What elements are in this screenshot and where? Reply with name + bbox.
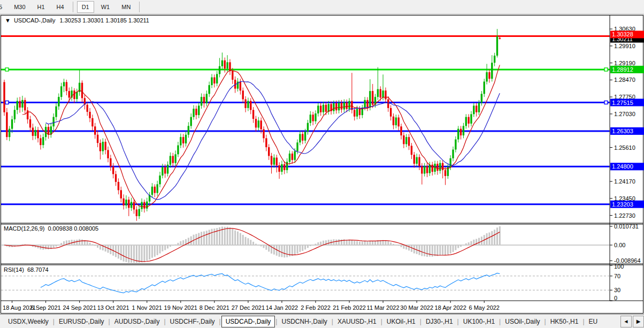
macd-histogram-bar: [460, 245, 462, 247]
candle-body: [413, 155, 415, 164]
macd-histogram-bar: [491, 231, 493, 245]
timeframe-button-d1[interactable]: D1: [77, 1, 94, 13]
macd-histogram-bar: [359, 242, 361, 245]
candle-body: [182, 137, 184, 143]
candle-body: [390, 108, 392, 117]
macd-histogram-bar: [170, 245, 171, 247]
candle-body: [496, 36, 498, 56]
time-tick-label: 19 Nov 2021: [164, 304, 197, 311]
line-handle[interactable]: [604, 68, 608, 71]
macd-histogram-bar: [232, 228, 233, 245]
candle-body: [37, 130, 39, 138]
candle-body: [115, 174, 117, 182]
macd-histogram-bar: [315, 244, 317, 245]
macd-histogram-bar: [242, 235, 244, 245]
price-tick-label: 1.29910: [614, 43, 635, 49]
macd-histogram-bar: [424, 245, 425, 256]
candle-body: [94, 126, 96, 134]
symbol-tab-audusd-daily[interactable]: AUDUSD-,Daily: [111, 316, 164, 327]
timeframe-button-mn[interactable]: MN: [117, 1, 135, 13]
symbol-tab-eurusd-daily[interactable]: EURUSD-,Daily: [55, 316, 108, 327]
candle-body: [66, 82, 67, 91]
candle-body: [439, 163, 441, 171]
candle-body: [198, 105, 200, 115]
tab-separator: |: [332, 318, 333, 325]
symbol-tab-ukoil-h1[interactable]: UKOil-,H1: [383, 316, 419, 327]
macd-histogram-bar: [68, 240, 70, 245]
timeframe-button-m30[interactable]: M30: [9, 1, 30, 13]
candle-body: [174, 154, 176, 163]
macd-histogram-bar: [468, 242, 470, 245]
macd-histogram-bar: [224, 227, 226, 245]
candle-body: [133, 202, 135, 209]
candle-body: [258, 120, 259, 127]
macd-histogram-bar: [297, 245, 298, 254]
candle-body: [304, 132, 306, 141]
candle-body: [488, 72, 490, 79]
candle-body: [283, 164, 285, 170]
time-tick-label: 30 Mar 2022: [400, 304, 433, 311]
symbol-tab-eu[interactable]: EU: [585, 316, 602, 327]
candle-body: [393, 117, 394, 125]
candle-body: [136, 210, 137, 216]
macd-histogram-bar: [247, 238, 249, 245]
chart-canvas[interactable]: 1.306301.299101.291901.284701.277501.270…: [0, 0, 644, 328]
macd-histogram-bar: [118, 245, 119, 258]
symbol-tab-usdx-weekly[interactable]: USDX,Weekly: [4, 316, 52, 327]
candle-body: [292, 154, 293, 160]
macd-histogram-bar: [154, 245, 156, 257]
candle-body: [385, 90, 386, 99]
line-handle[interactable]: [5, 101, 9, 104]
timeframe-button-h4[interactable]: H4: [52, 1, 69, 13]
symbol-tab-hk50-h1[interactable]: HK50-,H1: [547, 316, 582, 327]
symbol-tab-usdchf-daily[interactable]: USDCHF-,Daily: [166, 316, 219, 327]
tab-separator: |: [164, 318, 165, 325]
macd-histogram-bar: [364, 241, 366, 245]
line-handle[interactable]: [604, 101, 608, 104]
candle-body: [359, 109, 361, 115]
candle-body: [40, 138, 41, 145]
rsi-value: 68.7074: [27, 266, 49, 273]
macd-histogram-bar: [227, 227, 228, 245]
candle-body: [315, 113, 316, 121]
line-handle[interactable]: [5, 68, 9, 71]
tabs-scroll-right-icon[interactable]: ▶: [633, 316, 644, 327]
macd-histogram-bar: [310, 245, 311, 246]
macd-histogram-bar: [58, 245, 59, 246]
symbol-tab-usdcad-daily[interactable]: USDCAD-,Daily: [221, 316, 275, 327]
candle-body: [42, 137, 44, 145]
symbol-tab-usdcnh-daily[interactable]: USDCNH-,Daily: [278, 316, 331, 327]
tabs-scroll-left-icon[interactable]: ◄: [620, 316, 632, 327]
candle-body: [154, 187, 156, 193]
candle-body: [221, 60, 223, 66]
symbol-tab-xauusd-h1[interactable]: XAUUSD-,H1: [334, 316, 380, 327]
symbol-tab-uk100-h1[interactable]: UK100-,H1: [459, 316, 499, 327]
toolbar-separator: [139, 2, 140, 12]
candle-body: [364, 100, 365, 108]
macd-histogram-bar: [182, 240, 184, 245]
timeframe-button-5[interactable]: 5: [0, 1, 7, 13]
candle-body: [356, 109, 358, 117]
candle-body: [211, 78, 212, 86]
candle-body: [195, 109, 197, 115]
candle-body: [141, 202, 142, 209]
macd-histogram-bar: [120, 245, 122, 260]
timeframe-button-h1[interactable]: H1: [33, 1, 50, 13]
collapse-chart-icon[interactable]: ▼: [5, 17, 11, 24]
macd-histogram-bar: [463, 245, 464, 246]
candle-body: [333, 103, 334, 111]
symbol-tab-usoil-daily[interactable]: USOil-,Daily: [501, 316, 543, 327]
macd-histogram-bar: [283, 245, 285, 257]
macd-histogram-bar: [323, 241, 324, 245]
macd-histogram-bar: [139, 245, 140, 263]
candle-body: [190, 117, 192, 126]
symbol-tab-dj30-h1[interactable]: DJ30-,H1: [422, 316, 457, 327]
price-tag-label: 1.26303: [612, 128, 633, 134]
macd-histogram-bar: [123, 245, 125, 262]
macd-histogram-bar: [115, 245, 117, 257]
time-tick-label: 6 Sep 2021: [30, 304, 60, 311]
macd-histogram-bar: [56, 245, 57, 247]
price-tick-label: 1.29190: [614, 60, 635, 66]
price-tag-label: 1.24800: [612, 163, 633, 170]
timeframe-button-w1[interactable]: W1: [96, 1, 115, 13]
